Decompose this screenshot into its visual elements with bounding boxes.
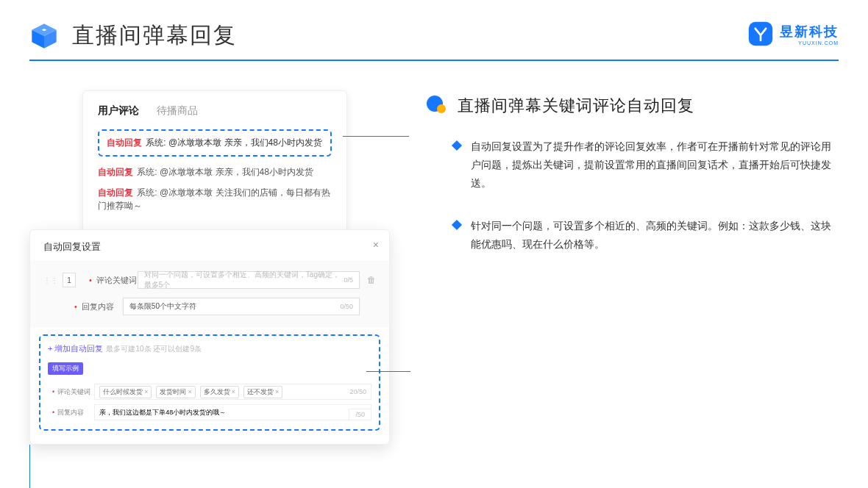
bullet-item: 针对同一个问题，可设置多个相近的、高频的关键词。例如：这款多少钱、这块能优惠吗、… [453, 217, 839, 254]
close-icon[interactable]: × [373, 239, 379, 251]
outer-counter: /50 [349, 409, 371, 420]
keyword-input[interactable]: 对同一个问题，可设置多个相近、高频的关键词，Tag确定，最多5个 0/5 [138, 271, 360, 289]
comment-row: 自动回复 系统: @冰墩墩本墩 关注我们的店铺，每日都有热门推荐呦～ [98, 186, 332, 212]
highlighted-auto-reply: 自动回复 系统: @冰墩墩本墩 亲亲，我们48小时内发货 [98, 129, 332, 157]
brand-url: YUUXIN.COM [780, 40, 839, 46]
required-dot: • [74, 302, 77, 311]
connector-line [366, 371, 410, 372]
brand-icon [747, 21, 774, 47]
right-column: 直播间弹幕关键词评论自动回复 自动回复设置为了提升作者的评论回复效率，作者可在开… [427, 90, 839, 488]
keyword-label: 评论关键词 [96, 275, 138, 286]
example-content-row: • 回复内容 亲，我们这边都是下单48小时内发货的哦～ 37/50 [52, 404, 371, 420]
comment-row: 自动回复 系统: @冰墩墩本墩 亲亲，我们48小时内发货 [98, 165, 332, 179]
connector-line [343, 136, 409, 137]
settings-title: 自动回复设置 [30, 240, 389, 261]
keyword-row: ⋮⋮ 1 • 评论关键词 对同一个问题，可设置多个相近、高频的关键词，Tag确定… [43, 271, 376, 289]
content-placeholder: 每条限50个中文字符 [129, 301, 196, 312]
keyword-chip[interactable]: 多久发货 [200, 386, 239, 398]
section-head: 直播间弹幕关键词评论自动回复 [427, 95, 839, 117]
diamond-bullet-icon [452, 140, 462, 151]
diamond-bullet-icon [452, 219, 462, 229]
add-hint: 最多可建10条 还可以创建9条 [106, 345, 201, 353]
example-block: + 增加自动回复最多可建10条 还可以创建9条 填写示例 • 评论关键词 什么时… [39, 334, 380, 431]
main-layout: 用户评论 待播商品 自动回复 系统: @冰墩墩本墩 亲亲，我们48小时内发货 自… [0, 61, 868, 488]
bullet-text: 针对同一个问题，可设置多个相近的、高频的关键词。例如：这款多少钱、这块能优惠吗、… [471, 217, 839, 254]
bullet-text: 自动回复设置为了提升作者的评论回复效率，作者可在开播前针对常见的评论用户问题，提… [471, 137, 839, 193]
comments-card: 用户评论 待播商品 自动回复 系统: @冰墩墩本墩 亲亲，我们48小时内发货 自… [82, 90, 347, 237]
content-row: • 回复内容 每条限50个中文字符 0/50 [43, 298, 376, 315]
keyword-chip[interactable]: 什么时候发货 [99, 386, 152, 398]
ex-keyword-label: 评论关键词 [57, 387, 94, 397]
example-badge: 填写示例 [48, 362, 83, 375]
ex-content-label: 回复内容 [57, 408, 94, 417]
settings-card: 自动回复设置 × ⋮⋮ 1 • 评论关键词 对同一个问题，可设置多个相近、高频的… [29, 229, 390, 445]
index-box: 1 [63, 273, 76, 287]
keyword-chip[interactable]: 还不发货 [243, 386, 282, 398]
page-title: 直播间弹幕回复 [72, 21, 237, 51]
content-label: 回复内容 [82, 301, 123, 312]
bullet-item: 自动回复设置为了提升作者的评论回复效率，作者可在开播前针对常见的评论用户问题，提… [453, 137, 839, 193]
chip-row: 什么时候发货 发货时间 多久发货 还不发货 [99, 386, 282, 398]
comment-text: 系统: @冰墩墩本墩 亲亲，我们48小时内发货 [135, 167, 313, 177]
ex-content-input[interactable]: 亲，我们这边都是下单48小时内发货的哦～ 37/50 [94, 404, 371, 420]
settings-body: ⋮⋮ 1 • 评论关键词 对同一个问题，可设置多个相近、高频的关键词，Tag确定… [30, 261, 389, 327]
drag-handle-icon[interactable]: ⋮⋮ [43, 276, 58, 284]
section-title: 直播间弹幕关键词评论自动回复 [458, 95, 694, 117]
auto-reply-label: 自动回复 [107, 137, 142, 148]
ex-content-value: 亲，我们这边都是下单48小时内发货的哦～ [99, 408, 226, 417]
auto-reply-label: 自动回复 [98, 167, 133, 177]
connector-line [29, 445, 30, 488]
chat-bubble-icon [427, 96, 447, 116]
tab-row: 用户评论 待播商品 [98, 104, 332, 118]
tab-user-comments[interactable]: 用户评论 [98, 104, 139, 118]
delete-icon[interactable]: 🗑 [367, 275, 376, 285]
ex-keyword-counter: 20/50 [349, 388, 366, 395]
cube-logo-icon [29, 21, 59, 51]
example-keyword-row: • 评论关键词 什么时候发货 发货时间 多久发货 还不发货 20/50 [52, 384, 371, 400]
brand-name: 昱新科技 [780, 23, 839, 40]
add-auto-reply-link[interactable]: + 增加自动回复最多可建10条 还可以创建9条 [48, 343, 371, 354]
ex-keyword-input[interactable]: 什么时候发货 发货时间 多久发货 还不发货 20/50 [94, 384, 371, 400]
auto-reply-label: 自动回复 [98, 187, 133, 198]
keyword-counter: 0/5 [344, 276, 353, 284]
left-column: 用户评论 待播商品 自动回复 系统: @冰墩墩本墩 亲亲，我们48小时内发货 自… [29, 90, 397, 488]
keyword-placeholder: 对同一个问题，可设置多个相近、高频的关键词，Tag确定，最多5个 [144, 270, 344, 290]
content-counter: 0/50 [340, 303, 353, 310]
page-header: 直播间弹幕回复 昱新科技 YUUXIN.COM [0, 0, 868, 60]
brand-block: 昱新科技 YUUXIN.COM [747, 21, 839, 47]
tab-pending-products[interactable]: 待播商品 [157, 104, 198, 118]
auto-reply-text: 系统: @冰墩墩本墩 亲亲，我们48小时内发货 [143, 137, 322, 148]
content-input[interactable]: 每条限50个中文字符 0/50 [123, 298, 360, 315]
required-dot: • [89, 276, 92, 284]
keyword-chip[interactable]: 发货时间 [156, 386, 195, 398]
